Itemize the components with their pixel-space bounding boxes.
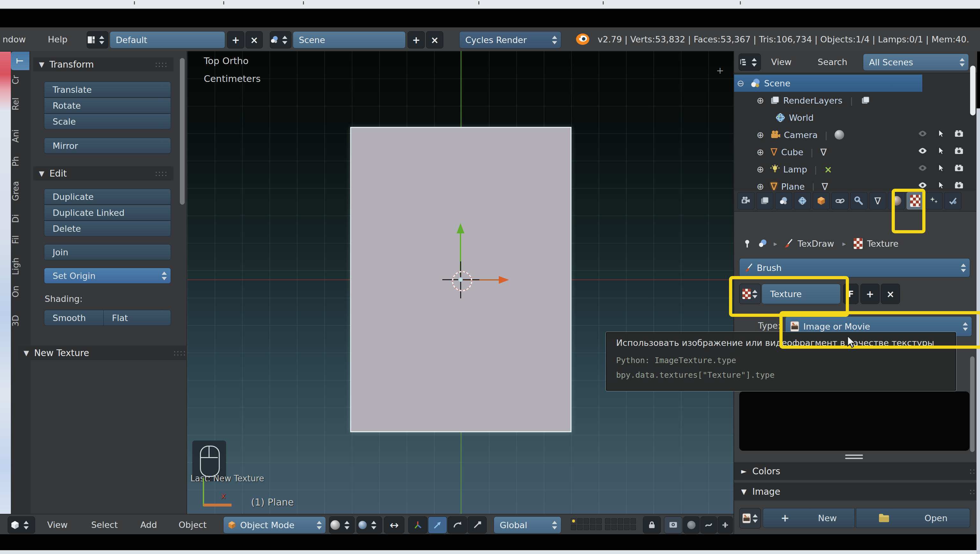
outliner-editor-selector[interactable] (739, 54, 761, 71)
breadcrumb-brush[interactable]: TexDraw (798, 239, 834, 248)
shelf-tab-create[interactable]: Cr (11, 75, 29, 84)
outliner-row-renderlayers[interactable]: ⊕ RenderLayers | (734, 92, 977, 109)
scene-field[interactable]: Scene (293, 31, 406, 48)
eye-icon[interactable] (918, 163, 927, 173)
menu-view[interactable]: View (47, 520, 68, 530)
pointer-icon[interactable] (936, 181, 945, 189)
scene-selector-icon[interactable] (270, 31, 292, 48)
pivot-point-dropdown[interactable] (357, 516, 382, 533)
colors-panel-header[interactable]: ► Colors :::: (734, 462, 980, 480)
close-layout-button[interactable]: × (245, 31, 263, 48)
expand-node-icon[interactable]: ⊕ (754, 181, 766, 192)
layers-widget[interactable] (571, 518, 636, 530)
new-texture-datablock-button[interactable]: + (860, 284, 880, 304)
shelf-tab-3d[interactable]: 3D (11, 315, 29, 327)
tab-constraints-icon[interactable] (832, 192, 849, 209)
duplicate-linked-button[interactable]: Duplicate Linked (44, 205, 171, 221)
tab-object-data-icon[interactable]: ∇ (869, 192, 886, 209)
tab-render-layers-icon[interactable] (756, 192, 773, 209)
render-border-icon[interactable] (664, 516, 682, 533)
render-restrict-icon[interactable] (954, 163, 964, 173)
lock-icon[interactable] (643, 516, 661, 533)
image-panel-header[interactable]: ▼ Image :::: (734, 482, 980, 500)
camera-restrict-icons[interactable] (918, 129, 964, 138)
expand-node-icon[interactable]: ⊕ (754, 147, 766, 158)
pointer-icon[interactable] (936, 146, 945, 155)
add-scene-button[interactable]: + (408, 31, 425, 48)
menu-add[interactable]: Add (140, 520, 157, 530)
outliner-row-world[interactable]: World (734, 109, 980, 126)
eye-icon[interactable] (918, 129, 927, 138)
image-open-button[interactable]: Open (856, 508, 970, 528)
eye-icon[interactable] (918, 180, 927, 190)
translate-manipulator-icon[interactable] (428, 516, 447, 533)
outliner-scrollbar[interactable] (970, 66, 975, 115)
expand-node-icon[interactable]: ⊕ (754, 130, 766, 140)
translate-button[interactable]: Translate (44, 81, 171, 97)
add-layout-button[interactable]: + (227, 31, 244, 48)
eye-icon[interactable] (918, 146, 927, 156)
new-texture-panel-header[interactable]: ▼ New Texture :::: (18, 345, 192, 360)
3d-viewport[interactable]: Top Ortho Centimeters + Last: New Textur… (187, 51, 733, 514)
pointer-icon[interactable] (936, 129, 945, 138)
render-restrict-icon[interactable] (954, 146, 964, 156)
close-scene-button[interactable]: × (426, 31, 443, 48)
proportional-edit-icon[interactable] (700, 516, 717, 533)
plane-restrict-icons[interactable] (918, 180, 964, 190)
screen-layout-field[interactable]: Default (110, 31, 225, 48)
join-button[interactable]: Join (44, 244, 171, 260)
edit-panel-header[interactable]: ▼ Edit :::: (33, 166, 174, 180)
resize-handle[interactable] (845, 455, 863, 456)
properties-scrollbar[interactable] (970, 357, 975, 452)
menu-help[interactable]: Help (48, 34, 68, 44)
outliner-view-menu[interactable]: View (771, 57, 792, 67)
snap-magnet-icon[interactable] (717, 516, 733, 533)
manipulator-axes-icon[interactable] (408, 516, 427, 533)
mirror-button[interactable]: Mirror (44, 138, 171, 154)
manipulate-origins-icon[interactable]: ↔ (384, 516, 405, 533)
rotate-button[interactable]: Rotate (44, 97, 171, 113)
region-add-icon[interactable]: + (716, 65, 724, 76)
shelf-tab-physics[interactable]: Ph (11, 156, 29, 166)
shelf-tab-on[interactable]: On (11, 286, 29, 298)
transform-orientation-dropdown[interactable]: Global (494, 516, 561, 533)
render-restrict-icon[interactable] (954, 129, 964, 138)
texture-name-field[interactable]: Texture (762, 284, 841, 304)
tool-shelf-scrollbar[interactable] (180, 58, 185, 205)
cube-restrict-icons[interactable] (918, 146, 964, 156)
fake-user-button[interactable]: F (843, 284, 859, 304)
rotate-manipulator-icon[interactable] (448, 516, 467, 533)
image-browse-dropdown[interactable] (739, 508, 761, 529)
tab-texture-icon[interactable] (907, 192, 924, 209)
shade-smooth-button[interactable]: Smooth (44, 310, 110, 326)
tab-object-icon[interactable] (813, 192, 830, 209)
breadcrumb-texture[interactable]: Texture (867, 239, 899, 248)
tab-world-icon[interactable] (794, 192, 811, 209)
shelf-tab-tools[interactable]: T (11, 52, 29, 70)
shelf-tab-grease[interactable]: Grea (11, 181, 29, 201)
brush-context-dropdown[interactable]: Brush (739, 258, 970, 277)
lamp-restrict-icons[interactable] (918, 163, 964, 173)
duplicate-button[interactable]: Duplicate (44, 189, 171, 205)
outliner-search-menu[interactable]: Search (817, 57, 847, 67)
viewport-shading-dropdown[interactable] (329, 516, 355, 533)
tab-modifiers-icon[interactable] (850, 192, 867, 209)
tab-physics-icon[interactable] (944, 192, 961, 209)
shelf-tab-filter[interactable]: Fil (11, 235, 29, 244)
menu-select[interactable]: Select (91, 520, 118, 530)
tab-scene-icon[interactable] (775, 192, 792, 209)
mode-dropdown[interactable]: Object Mode (223, 516, 326, 533)
outliner-row-scene[interactable]: ⊖ Scene (734, 75, 922, 92)
shelf-tab-display[interactable]: Di (11, 214, 29, 223)
shade-flat-button[interactable]: Flat (103, 310, 171, 326)
shelf-tab-lighting[interactable]: Ligh (11, 258, 29, 275)
expand-node-icon[interactable]: ⊕ (754, 164, 766, 175)
pointer-icon[interactable] (936, 164, 945, 172)
editor-type-selector[interactable] (8, 516, 35, 533)
render-restrict-icon[interactable] (954, 180, 964, 190)
scale-manipulator-icon[interactable] (467, 516, 487, 533)
texture-browse-dropdown[interactable] (739, 284, 761, 304)
outliner-display-filter[interactable]: All Scenes (863, 54, 969, 71)
snap-circle-icon[interactable] (683, 516, 700, 533)
collapse-node-icon[interactable]: ⊖ (734, 78, 747, 89)
